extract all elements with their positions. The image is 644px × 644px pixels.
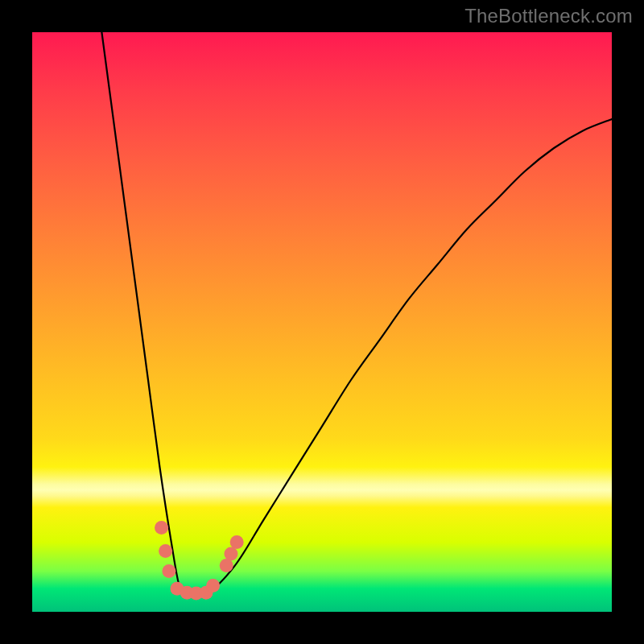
marker-dot: [230, 535, 244, 549]
marker-dot: [162, 564, 175, 578]
marker-dot: [206, 579, 220, 592]
marker-dot: [159, 544, 172, 558]
marker-dot: [224, 547, 237, 561]
chart-frame: TheBottleneck.com: [0, 0, 644, 644]
marker-dot: [155, 521, 168, 535]
watermark-text: TheBottleneck.com: [464, 5, 633, 27]
plot-area: [32, 32, 612, 612]
bottleneck-curve: [32, 32, 612, 612]
